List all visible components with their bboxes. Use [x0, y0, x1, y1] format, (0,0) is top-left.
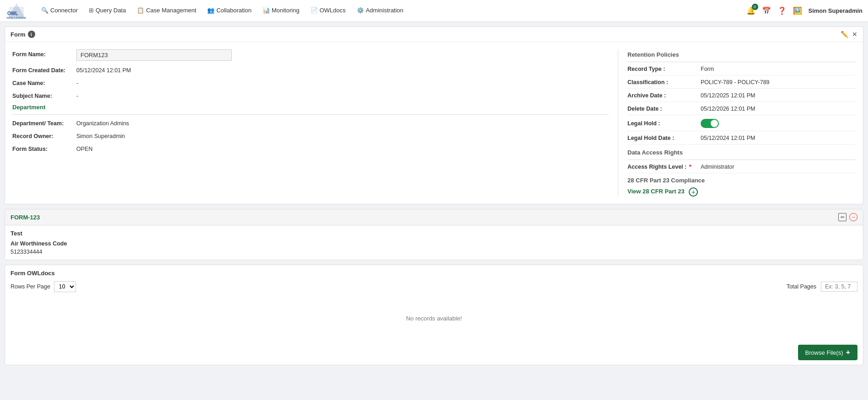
data-access-divider — [627, 160, 856, 160]
main-content: Form i ✏️ ✕ Form Name: Form Created Date… — [0, 22, 868, 370]
nav-label-owldocs: OWLdocs — [320, 7, 346, 14]
case-name-row: Case Name: - — [12, 78, 609, 86]
form-123-field-value: 5123334444 — [11, 249, 857, 255]
access-rights-value: Administrator — [701, 164, 734, 170]
edit-form-button[interactable]: ✏️ — [841, 31, 848, 38]
case-management-icon: 📋 — [137, 7, 144, 14]
query-data-icon: ⊞ — [89, 7, 94, 14]
retention-divider — [627, 62, 856, 62]
form-status-row: Form Status: OPEN — [12, 144, 609, 152]
enter-page-input[interactable] — [821, 282, 857, 292]
browse-plus-icon: + — [846, 348, 850, 357]
archive-date-value: 05/12/2025 12:01 PM — [701, 92, 755, 99]
retention-policies-title: Retention Policies — [627, 51, 856, 58]
subject-name-value: - — [76, 91, 78, 99]
form-panel: Form i ✏️ ✕ Form Name: Form Created Date… — [5, 27, 863, 204]
navbar-right: 🔔 0 📅 ❓ 🖼️ Simon Superadmin — [746, 6, 863, 15]
archive-date-row: Archive Date : 05/12/2025 12:01 PM — [627, 92, 856, 102]
connector-icon: 🔍 — [41, 7, 48, 14]
nav-item-query-data[interactable]: ⊞ Query Data — [84, 0, 130, 22]
form-status-value: OPEN — [76, 144, 92, 152]
record-owner-label: Record Owner: — [12, 131, 76, 139]
form-123-edit-button[interactable]: ✏ — [838, 213, 847, 221]
form-created-date-row: Form Created Date: 05/12/2024 12:01 PM — [12, 65, 609, 74]
form-123-header: FORM-123 ✏ − — [5, 209, 863, 225]
nav-item-owldocs[interactable]: 📄 OWLdocs — [306, 0, 350, 22]
toggle-knob — [711, 120, 718, 127]
browse-files-container: Browse File(s) + — [11, 340, 857, 360]
nav-item-connector[interactable]: 🔍 Connector — [37, 0, 82, 22]
department-team-label: Department/ Team: — [12, 118, 76, 127]
record-type-row: Record Type : Form — [627, 66, 856, 75]
calendar-icon[interactable]: 📅 — [762, 6, 771, 15]
form-name-row: Form Name: — [12, 49, 609, 61]
notification-badge: 0 — [752, 4, 758, 10]
department-divider — [12, 114, 609, 115]
record-type-label: Record Type : — [627, 66, 701, 72]
record-owner-value: Simon Superadmin — [76, 131, 125, 139]
owldocs-icon: 📄 — [311, 7, 318, 14]
subject-name-row: Subject Name: - — [12, 91, 609, 99]
cfr-add-button[interactable]: + — [689, 187, 698, 197]
help-icon[interactable]: ❓ — [777, 6, 787, 15]
nav-label-administration: Administration — [366, 7, 403, 14]
nav-item-monitoring[interactable]: 📊 Monitoring — [258, 0, 304, 22]
department-section-label: Department — [12, 104, 609, 111]
legal-hold-date-label: Legal Hold Date : — [627, 135, 701, 141]
form-created-date-value: 05/12/2024 12:01 PM — [76, 65, 131, 74]
cfr-section-title: 28 CFR Part 23 Compliance — [627, 177, 856, 184]
rows-per-page-select[interactable]: 10 25 50 — [54, 281, 76, 292]
classification-row: Classification : POLICY-789 - POLICY-789 — [627, 79, 856, 89]
record-owner-row: Record Owner: Simon Superadmin — [12, 131, 609, 139]
archive-date-label: Archive Date : — [627, 92, 701, 99]
administration-icon: ⚙️ — [357, 7, 364, 14]
form-123-actions: ✏ − — [838, 213, 857, 221]
pagination-right: Total Pages — [787, 282, 857, 292]
settings-icon[interactable]: 🖼️ — [793, 6, 802, 15]
close-form-button[interactable]: ✕ — [852, 31, 857, 38]
nav-label-query-data: Query Data — [96, 7, 126, 14]
legal-hold-date-row: Legal Hold Date : 05/12/2024 12:01 PM — [627, 135, 856, 144]
required-star: * — [689, 164, 691, 170]
legal-hold-row: Legal Hold : — [627, 119, 856, 131]
form-body: Form Name: Form Created Date: 05/12/2024… — [5, 42, 863, 204]
department-team-value: Organization Admins — [76, 118, 129, 127]
owldocs-section: Form OWLdocs Rows Per Page 10 25 50 Tota… — [5, 265, 863, 365]
nav-item-collaboration[interactable]: 👥 Collaboration — [203, 0, 256, 22]
nav-item-administration[interactable]: ⚙️ Administration — [352, 0, 408, 22]
legal-hold-toggle[interactable] — [701, 119, 719, 128]
delete-date-label: Delete Date : — [627, 106, 701, 112]
svg-text:OWL: OWL — [7, 11, 18, 16]
legal-hold-date-value: 05/12/2024 12:01 PM — [701, 135, 755, 141]
access-rights-label: Access Rights Level : * — [627, 164, 701, 170]
form-name-input[interactable] — [76, 49, 232, 61]
delete-date-value: 05/12/2026 12:01 PM — [701, 106, 755, 112]
legal-hold-toggle-container — [701, 119, 719, 128]
cfr-link-row: View 28 CFR Part 23 + — [627, 187, 856, 197]
navbar: OWL INTELLIGENCE 🔍 Connector ⊞ Query Dat… — [0, 0, 868, 22]
delete-date-row: Delete Date : 05/12/2026 12:01 PM — [627, 106, 856, 115]
nav-items: 🔍 Connector ⊞ Query Data 📋 Case Manageme… — [37, 0, 746, 22]
nav-item-case-management[interactable]: 📋 Case Management — [132, 0, 201, 22]
no-records-message: No records available! — [11, 297, 857, 340]
form-info-icon[interactable]: i — [28, 31, 35, 38]
form-123-collapse-button[interactable]: − — [849, 213, 857, 221]
nav-label-monitoring: Monitoring — [272, 7, 300, 14]
notifications-icon[interactable]: 🔔 0 — [746, 6, 755, 15]
form-123-card: FORM-123 ✏ − Test Air Worthiness Code 51… — [5, 209, 863, 260]
svg-text:INTELLIGENCE: INTELLIGENCE — [6, 16, 26, 19]
monitoring-icon: 📊 — [263, 7, 270, 14]
classification-label: Classification : — [627, 79, 701, 85]
total-pages-label: Total Pages — [787, 283, 816, 290]
owldocs-toolbar: Rows Per Page 10 25 50 Total Pages — [11, 281, 857, 292]
record-type-value: Form — [701, 66, 714, 72]
cfr-section: 28 CFR Part 23 Compliance View 28 CFR Pa… — [627, 177, 856, 197]
cfr-link[interactable]: View 28 CFR Part 23 — [627, 188, 685, 195]
classification-value: POLICY-789 - POLICY-789 — [701, 79, 770, 85]
collaboration-icon: 👥 — [207, 7, 214, 14]
form-name-label: Form Name: — [12, 49, 76, 58]
form-123-title: FORM-123 — [11, 214, 40, 221]
form-created-date-label: Form Created Date: — [12, 65, 76, 74]
logo[interactable]: OWL INTELLIGENCE — [5, 2, 27, 20]
browse-files-button[interactable]: Browse File(s) + — [798, 345, 857, 360]
